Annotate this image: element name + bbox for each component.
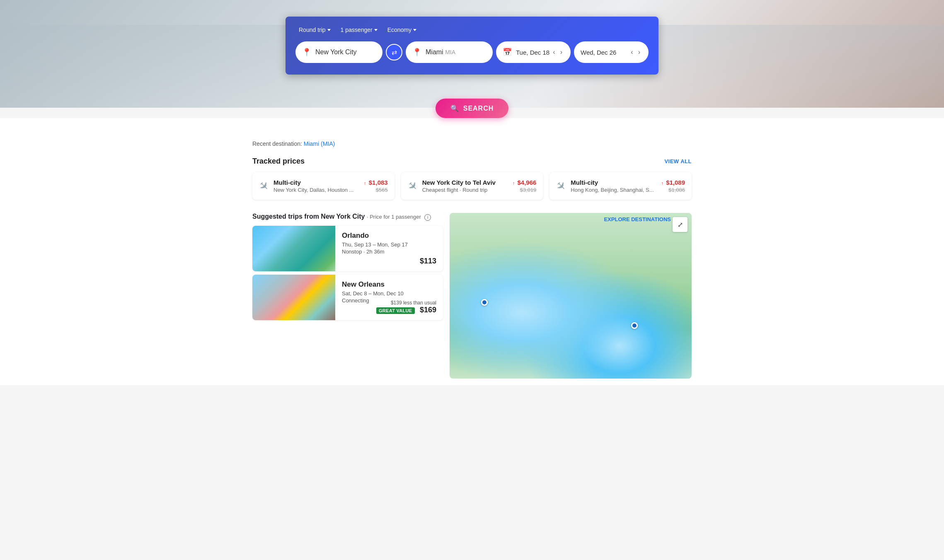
depart-date-input[interactable]: 📅 Tue, Dec 18 ‹ › xyxy=(496,41,571,63)
price-card-1[interactable]: ✈ Multi-city New York City, Dallas, Hous… xyxy=(252,172,395,200)
trip-card-orlando[interactable]: Orlando Thu, Sep 13 – Mon, Sep 17 Nonsto… xyxy=(252,226,443,271)
price-card-3[interactable]: ✈ Multi-city Hong Kong, Beijing, Shangha… xyxy=(549,172,692,200)
trip-info-neworleans: New Orleans Sat, Dec 8 – Mon, Dec 10 Con… xyxy=(335,275,443,320)
depart-date-nav: ‹ › xyxy=(551,48,564,57)
plane-icon-3: ✈ xyxy=(553,178,569,194)
price-card-2-title: New York City to Tel Aviv xyxy=(422,179,508,186)
price-card-3-prices: ↑ $1,089 $1,086 xyxy=(661,179,685,193)
trip-city-orlando: Orlando xyxy=(342,232,436,240)
passengers-label: 1 passenger xyxy=(341,27,373,33)
recent-dest-link[interactable]: Miami (MIA) xyxy=(304,140,335,147)
search-options: Round trip 1 passenger Economy xyxy=(295,25,649,35)
tracked-prices-title: Tracked prices xyxy=(252,157,305,166)
hero-section: Round trip 1 passenger Economy 📍 New Yor… xyxy=(0,0,944,108)
price-card-2-prices: ↑ $4,966 $3,019 xyxy=(513,179,537,193)
price-card-2-sub: Cheapest flight · Round trip xyxy=(422,187,508,193)
depart-date-text: Tue, Dec 18 xyxy=(516,49,551,56)
passengers-dropdown[interactable]: 1 passenger xyxy=(337,25,381,35)
map-background xyxy=(450,213,692,379)
tracked-prices-header: Tracked prices VIEW ALL xyxy=(252,157,692,166)
trip-type-arrow-icon xyxy=(327,29,331,31)
great-value-badge: GREAT VALUE xyxy=(376,307,415,314)
trip-price-orlando: $113 xyxy=(420,257,436,266)
price-card-2-current: ↑ $4,966 xyxy=(513,179,537,186)
price-card-2[interactable]: ✈ New York City to Tel Aviv Cheapest fli… xyxy=(401,172,543,200)
trip-price-info-neworleans: $139 less than usual GREAT VALUE $169 xyxy=(376,300,436,314)
search-label: SEARCH xyxy=(463,105,494,112)
trip-image-neworleans xyxy=(252,275,335,320)
swap-button[interactable]: ⇄ xyxy=(386,44,402,60)
destination-location-icon: 📍 xyxy=(412,48,421,57)
depart-date-next[interactable]: › xyxy=(559,48,564,57)
price-card-3-title: Multi-city xyxy=(571,179,656,186)
info-icon[interactable]: i xyxy=(424,214,431,221)
price-card-2-old: $3,019 xyxy=(513,187,537,193)
main-content: Recent destination: Miami (MIA) Tracked … xyxy=(244,130,700,385)
map-dot-new-orleans[interactable] xyxy=(481,299,488,306)
trip-type-dropdown[interactable]: Round trip xyxy=(295,25,334,35)
search-button[interactable]: 🔍 SEARCH xyxy=(436,99,509,118)
class-label: Economy xyxy=(387,27,411,33)
swap-icon: ⇄ xyxy=(392,48,397,56)
price-card-3-info: Multi-city Hong Kong, Beijing, Shanghai,… xyxy=(571,179,656,193)
depart-date-prev[interactable]: ‹ xyxy=(551,48,557,57)
view-all-button[interactable]: VIEW ALL xyxy=(664,158,692,164)
price-card-2-info: New York City to Tel Aviv Cheapest fligh… xyxy=(422,179,508,193)
trip-image-orlando xyxy=(252,226,335,271)
trip-flight-type-orlando: Nonstop · 2h 36m xyxy=(342,249,436,255)
suggested-title-wrap: Suggested trips from New York City · Pri… xyxy=(252,213,431,221)
passengers-arrow-icon xyxy=(374,29,378,31)
price-card-3-old: $1,086 xyxy=(661,187,685,193)
price-card-1-current: ↑ $1,083 xyxy=(364,179,388,186)
price-card-1-prices: ↑ $1,083 $565 xyxy=(364,179,388,193)
trip-dates-orlando: Thu, Sep 13 – Mon, Sep 17 xyxy=(342,241,436,248)
origin-text: New York City xyxy=(315,48,376,56)
return-date-prev[interactable]: ‹ xyxy=(629,48,634,57)
class-arrow-icon xyxy=(413,29,416,31)
explore-destinations-btn[interactable]: EXPLORE DESTINATIONS xyxy=(604,216,671,222)
expand-icon: ⤢ xyxy=(678,221,683,229)
tracked-prices-list: ✈ Multi-city New York City, Dallas, Hous… xyxy=(252,172,692,200)
price-card-3-sub: Hong Kong, Beijing, Shanghai, S... xyxy=(571,187,656,193)
price-card-1-sub: New York City, Dallas, Houston ... xyxy=(274,187,359,193)
trip-type-label: Round trip xyxy=(299,27,326,33)
price-card-1-info: Multi-city New York City, Dallas, Housto… xyxy=(274,179,359,193)
origin-location-icon: 📍 xyxy=(302,48,311,57)
search-inputs: 📍 New York City ⇄ 📍 Miami MIA xyxy=(295,41,649,63)
destination-code: MIA xyxy=(445,49,455,56)
plane-icon-2: ✈ xyxy=(404,178,421,194)
calendar-icon: 📅 xyxy=(503,48,512,57)
trip-city-neworleans: New Orleans xyxy=(342,280,436,289)
suggested-section: Suggested trips from New York City · Pri… xyxy=(252,213,692,379)
return-date-input[interactable]: Wed, Dec 26 ‹ › xyxy=(574,41,649,63)
suggested-header: Suggested trips from New York City · Pri… xyxy=(252,213,443,221)
suggested-sub: · Price for 1 passenger xyxy=(367,214,421,220)
trip-info-orlando: Orlando Thu, Sep 13 – Mon, Sep 17 Nonsto… xyxy=(335,226,443,271)
search-panel: Round trip 1 passenger Economy 📍 New Yor… xyxy=(286,17,658,75)
trips-list: Suggested trips from New York City · Pri… xyxy=(252,213,443,379)
return-date-next[interactable]: › xyxy=(637,48,642,57)
price-card-3-current: ↑ $1,089 xyxy=(661,179,685,186)
price-card-1-old: $565 xyxy=(364,187,388,193)
main-content-area: Recent destination: Miami (MIA) Tracked … xyxy=(0,118,944,385)
map-expand-button[interactable]: ⤢ xyxy=(673,217,687,232)
recent-destination: Recent destination: Miami (MIA) xyxy=(252,140,692,147)
trip-dates-neworleans: Sat, Dec 8 – Mon, Dec 10 xyxy=(342,290,436,297)
trip-savings-neworleans: $139 less than usual xyxy=(376,300,436,306)
suggested-title: Suggested trips from New York City xyxy=(252,213,365,220)
map-section: EXPLORE DESTINATIONS ⤢ xyxy=(450,213,692,379)
search-icon: 🔍 xyxy=(450,104,459,112)
class-dropdown[interactable]: Economy xyxy=(384,25,420,35)
recent-dest-label: Recent destination: xyxy=(252,140,302,147)
destination-text: Miami MIA xyxy=(426,48,486,56)
return-date-nav: ‹ › xyxy=(629,48,642,57)
trip-price-neworleans: $169 xyxy=(420,306,436,314)
trip-card-neworleans[interactable]: New Orleans Sat, Dec 8 – Mon, Dec 10 Con… xyxy=(252,275,443,320)
plane-icon-1: ✈ xyxy=(256,178,272,194)
search-button-wrap: 🔍 SEARCH xyxy=(0,99,944,118)
origin-input[interactable]: 📍 New York City xyxy=(295,41,382,63)
destination-input[interactable]: 📍 Miami MIA xyxy=(406,41,493,63)
price-up-icon-3: ↑ xyxy=(661,181,663,186)
price-up-icon-2: ↑ xyxy=(513,181,515,186)
map-dot-orlando[interactable] xyxy=(631,322,638,329)
